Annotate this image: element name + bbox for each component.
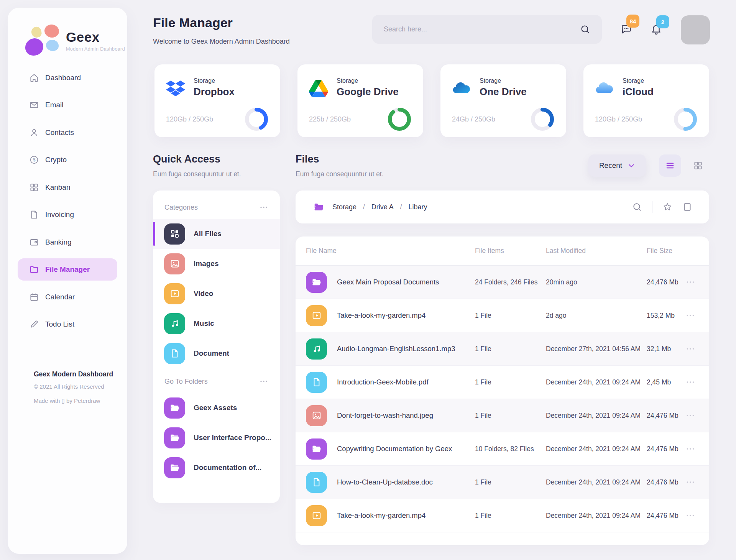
file-items: 1 File: [475, 478, 546, 486]
favorite-icon[interactable]: [662, 202, 672, 212]
file-size: 24,476 Mb: [647, 512, 685, 520]
list-view-button[interactable]: [659, 154, 681, 177]
storage-card-one-drive[interactable]: Storage One Drive 24Gb / 250Gb: [440, 64, 566, 137]
select-icon[interactable]: [682, 202, 692, 212]
sidebar-item-label: File Manager: [45, 265, 90, 274]
messages-badge[interactable]: 84: [626, 15, 639, 28]
footer-title: Geex Modern Dashboard: [34, 370, 113, 378]
folder-user-interface-proposal[interactable]: User Interface Propo...: [153, 423, 280, 453]
dropbox-icon: [166, 80, 185, 97]
sidebar-item-email[interactable]: Email: [8, 92, 127, 119]
go-to-folders-label: Go To Folders: [164, 378, 208, 386]
table-row[interactable]: Introduction-Geex-Mobile.pdf 1 File Dece…: [296, 366, 709, 399]
breadcrumb-separator: /: [394, 203, 409, 211]
storage-donut-chart: [530, 107, 555, 131]
quick-access-panel: Categories All Files Images Video Music …: [153, 190, 280, 503]
row-menu-icon[interactable]: [685, 411, 695, 420]
storage-card-dropbox[interactable]: Storage Dropbox 120Gb / 250Gb: [154, 64, 280, 137]
search-input[interactable]: [384, 25, 573, 33]
grid-view-button[interactable]: [687, 154, 709, 177]
sidebar: Geex Modern Admin Dashboard Dashboard Em…: [8, 8, 127, 554]
music-icon: [164, 313, 185, 334]
storage-label: Storage: [337, 77, 399, 84]
page-subtitle: Welcome to Geex Modern Admin Dashboard: [153, 38, 290, 46]
sidebar-item-label: Banking: [45, 238, 72, 246]
sidebar-item-todo-list[interactable]: Todo List: [8, 311, 127, 338]
category-all-files[interactable]: All Files: [153, 219, 280, 249]
sidebar-item-contacts[interactable]: Contacts: [8, 119, 127, 146]
chevron-down-icon: [628, 162, 635, 169]
category-document[interactable]: Document: [153, 338, 280, 368]
table-header: File Name File Items Last Modified File …: [296, 236, 709, 266]
row-menu-icon[interactable]: [685, 310, 695, 320]
file-name: Geex Main Proposal Documents: [337, 278, 439, 286]
sidebar-item-kanban[interactable]: Kanban: [8, 174, 127, 201]
table-row[interactable]: Audio-Longman-EnglishLesson1.mp3 1 File …: [296, 332, 709, 366]
storage-donut-chart: [673, 107, 698, 131]
folder-icon: [164, 427, 185, 448]
app-title: Geex: [66, 30, 125, 45]
sidebar-item-label: Kanban: [45, 183, 71, 192]
storage-name: Dropbox: [194, 86, 235, 98]
search-icon[interactable]: [580, 24, 590, 34]
row-menu-icon[interactable]: [685, 377, 695, 387]
category-images[interactable]: Images: [153, 249, 280, 279]
category-music[interactable]: Music: [153, 309, 280, 338]
app-subtitle: Modern Admin Dashboard: [66, 46, 125, 52]
folder-documentation[interactable]: Documentation of...: [153, 453, 280, 483]
sidebar-item-label: Calendar: [45, 293, 75, 301]
folder-label: Geex Assets: [194, 404, 237, 412]
storage-label: Storage: [194, 77, 235, 84]
category-video[interactable]: Video: [153, 279, 280, 309]
category-label: Images: [194, 259, 219, 268]
row-menu-icon[interactable]: [685, 477, 695, 487]
storage-donut-chart: [244, 107, 269, 131]
file-size: 24,476 Mb: [647, 445, 685, 453]
table-row[interactable]: Take-a-look-my-garden.mp4 1 File 2d ago …: [296, 299, 709, 332]
folders-menu-icon[interactable]: [259, 377, 268, 386]
table-row[interactable]: Dont-forget-to-wash-hand.jpeg 1 File Dec…: [296, 399, 709, 432]
sidebar-item-invoicing[interactable]: Invoicing: [8, 201, 127, 229]
sidebar-item-calendar[interactable]: Calendar: [8, 283, 127, 311]
sort-dropdown[interactable]: Recent: [588, 154, 646, 177]
table-row[interactable]: How-to-Clean-Up-databse.doc 1 File Decem…: [296, 466, 709, 499]
last-modified: 20min ago: [546, 278, 647, 286]
sidebar-item-dashboard[interactable]: Dashboard: [8, 64, 127, 92]
mail-icon: [29, 100, 39, 110]
breadcrumb-drive-a[interactable]: Drive A: [371, 203, 394, 211]
row-menu-icon[interactable]: [685, 344, 695, 354]
avatar[interactable]: [681, 15, 710, 44]
file-name: Take-a-look-my-garden.mp4: [337, 311, 426, 320]
storage-card-google-drive[interactable]: Storage Google Drive 225b / 250Gb: [297, 64, 423, 137]
file-items: 1 File: [475, 345, 546, 353]
pencil-icon: [29, 319, 39, 329]
table-row[interactable]: Geex Main Proposal Documents 24 Folders,…: [296, 266, 709, 299]
breadcrumb-libary[interactable]: Libary: [409, 203, 427, 211]
search-files-icon[interactable]: [632, 202, 642, 212]
breadcrumb-storage[interactable]: Storage: [332, 203, 356, 211]
folder-geex-assets[interactable]: Geex Assets: [153, 393, 280, 423]
sidebar-item-crypto[interactable]: $Crypto: [8, 146, 127, 174]
last-modified: 2d ago: [546, 312, 647, 320]
home-icon: [29, 73, 39, 83]
sidebar-item-banking[interactable]: Banking: [8, 228, 127, 256]
table-row[interactable]: Copywriting Documentation by Geex 10 Fol…: [296, 432, 709, 466]
categories-menu-icon[interactable]: [259, 203, 268, 212]
google-drive-icon: [309, 80, 328, 97]
row-menu-icon[interactable]: [685, 444, 695, 454]
sidebar-item-file-manager[interactable]: File Manager: [18, 258, 117, 281]
file-items: 24 Folders, 246 Files: [475, 278, 546, 286]
table-row[interactable]: Take-a-look-my-garden.mp4 1 File Decembe…: [296, 499, 709, 532]
search-bar[interactable]: [372, 15, 602, 44]
sidebar-item-label: Todo List: [45, 320, 74, 328]
file-items: 1 File: [475, 412, 546, 420]
icloud-icon: [595, 80, 614, 97]
file-name: Introduction-Geex-Mobile.pdf: [337, 378, 429, 386]
storage-card-icloud[interactable]: Storage iCloud 120Gb / 250Gb: [583, 64, 709, 137]
page-title: File Manager: [153, 15, 233, 30]
row-menu-icon[interactable]: [685, 277, 695, 287]
row-menu-icon[interactable]: [685, 511, 695, 521]
column-file-items: File Items: [475, 247, 546, 255]
notifications-badge[interactable]: 2: [656, 15, 669, 28]
storage-label: Storage: [480, 77, 527, 84]
